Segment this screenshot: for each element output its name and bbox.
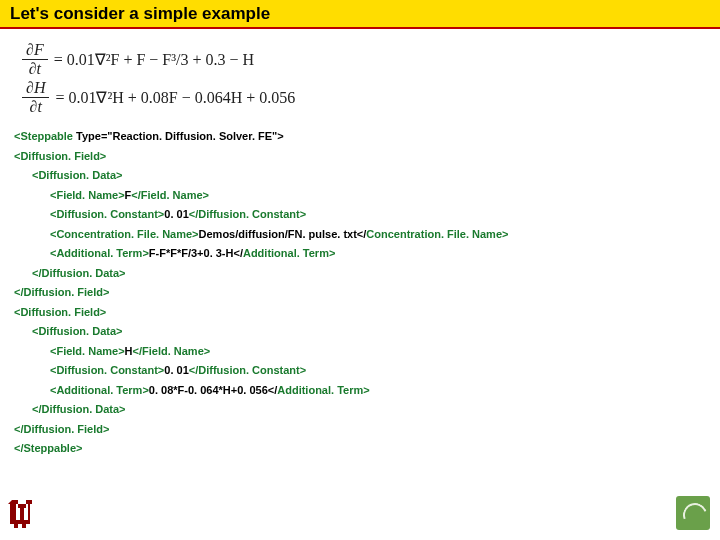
- iu-logo-icon: [6, 498, 36, 534]
- title-bar: Let's consider a simple example: [0, 0, 720, 29]
- tag-diffusion-data-close: </Diffusion. Data>: [32, 267, 126, 279]
- equation-1: ∂F ∂t = 0.01∇²F + F − F³/3 + 0.3 − H: [22, 41, 720, 77]
- code-line: </Diffusion. Field>: [14, 284, 720, 301]
- tag-steppable-close: </Steppable>: [14, 442, 82, 454]
- tag-concfile-open: <Concentration. File. Name>: [50, 228, 199, 240]
- fieldname-value: H: [125, 345, 133, 357]
- code-line: <Field. Name>H</Field. Name>: [14, 343, 720, 360]
- eq1-rhs: = 0.01∇²F + F − F³/3 + 0.3 − H: [54, 50, 254, 69]
- code-line: <Diffusion. Data>: [14, 323, 720, 340]
- tag-addterm-close: Additional. Term>: [277, 384, 369, 396]
- code-line: <Diffusion. Constant>0. 01</Diffusion. C…: [14, 362, 720, 379]
- code-line: </Diffusion. Data>: [14, 265, 720, 282]
- tag-fieldname-close: </Field. Name>: [133, 345, 211, 357]
- xml-code-block: <Steppable Type="Reaction. Diffusion. So…: [0, 123, 720, 457]
- diffconst-value: 0. 01: [164, 364, 188, 376]
- code-line: <Diffusion. Field>: [14, 304, 720, 321]
- eq1-den: ∂t: [25, 60, 45, 78]
- tag-diffusion-data-close: </Diffusion. Data>: [32, 403, 126, 415]
- code-line: <Field. Name>F</Field. Name>: [14, 187, 720, 204]
- code-line: </Diffusion. Field>: [14, 421, 720, 438]
- code-line: <Additional. Term>0. 08*F-0. 064*H+0. 05…: [14, 382, 720, 399]
- tag-diffusion-data-open: <Diffusion. Data>: [32, 169, 122, 181]
- diffconst-value: 0. 01: [164, 208, 188, 220]
- eq2-num: ∂H: [22, 79, 49, 98]
- tag-diffusion-field-close: </Diffusion. Field>: [14, 423, 109, 435]
- concfile-value: Demos/diffusion/FN. pulse. txt</: [199, 228, 367, 240]
- tag-diffconst-close: </Diffusion. Constant>: [189, 208, 306, 220]
- equations-block: ∂F ∂t = 0.01∇²F + F − F³/3 + 0.3 − H ∂H …: [0, 29, 720, 123]
- code-line: <Steppable Type="Reaction. Diffusion. So…: [14, 128, 720, 145]
- tag-fieldname-open: <Field. Name>: [50, 189, 125, 201]
- tag-fieldname-open: <Field. Name>: [50, 345, 125, 357]
- tag-diffconst-open: <Diffusion. Constant>: [50, 208, 164, 220]
- tag-fieldname-close: </Field. Name>: [131, 189, 209, 201]
- tag-addterm-open: <Additional. Term>: [50, 384, 149, 396]
- tag-concfile-close: Concentration. File. Name>: [366, 228, 508, 240]
- eq1-num: ∂F: [22, 41, 48, 60]
- addterm-value: 0. 08*F-0. 064*H+0. 056</: [149, 384, 277, 396]
- page-title: Let's consider a simple example: [10, 4, 270, 23]
- fraction-2: ∂H ∂t: [22, 79, 49, 115]
- compucell-logo-icon: [676, 496, 710, 530]
- equation-2: ∂H ∂t = 0.01∇²H + 0.08F − 0.064H + 0.056: [22, 79, 720, 115]
- code-line: <Diffusion. Field>: [14, 148, 720, 165]
- fraction-1: ∂F ∂t: [22, 41, 48, 77]
- tag-diffusion-data-open: <Diffusion. Data>: [32, 325, 122, 337]
- tag-steppable-open: <Steppable: [14, 130, 73, 142]
- code-line: <Concentration. File. Name>Demos/diffusi…: [14, 226, 720, 243]
- eq2-den: ∂t: [26, 98, 46, 116]
- tag-diffusion-field-open: <Diffusion. Field>: [14, 306, 106, 318]
- attr-steppable: Type="Reaction. Diffusion. Solver. FE">: [73, 130, 284, 142]
- tag-diffconst-open: <Diffusion. Constant>: [50, 364, 164, 376]
- code-line: <Diffusion. Constant>0. 01</Diffusion. C…: [14, 206, 720, 223]
- tag-diffconst-close: </Diffusion. Constant>: [189, 364, 306, 376]
- eq2-rhs: = 0.01∇²H + 0.08F − 0.064H + 0.056: [55, 88, 295, 107]
- addterm-value: F-F*F*F/3+0. 3-H</: [149, 247, 243, 259]
- tag-addterm-close: Additional. Term>: [243, 247, 335, 259]
- code-line: </Diffusion. Data>: [14, 401, 720, 418]
- tag-diffusion-field-open: <Diffusion. Field>: [14, 150, 106, 162]
- tag-diffusion-field-close: </Diffusion. Field>: [14, 286, 109, 298]
- code-line: <Additional. Term>F-F*F*F/3+0. 3-H</Addi…: [14, 245, 720, 262]
- tag-addterm-open: <Additional. Term>: [50, 247, 149, 259]
- code-line: </Steppable>: [14, 440, 720, 457]
- code-line: <Diffusion. Data>: [14, 167, 720, 184]
